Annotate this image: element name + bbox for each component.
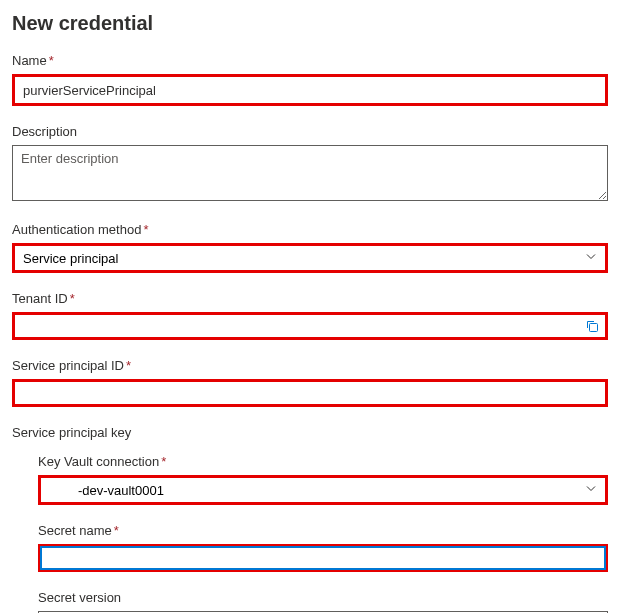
auth-method-select[interactable]: Service principal [15, 246, 605, 270]
field-secret-name: Secret name* [12, 523, 608, 572]
secret-name-label: Secret name* [38, 523, 608, 538]
field-sp-key: Service principal key [12, 425, 608, 440]
field-tenant-id: Tenant ID* [12, 291, 608, 340]
field-name: Name* [12, 53, 608, 106]
required-indicator: * [161, 454, 166, 469]
secret-name-highlight [38, 544, 608, 572]
description-input[interactable] [12, 145, 608, 201]
sp-key-label: Service principal key [12, 425, 608, 440]
kv-connection-value: -dev-vault0001 [49, 483, 164, 498]
kv-connection-select[interactable]: -dev-vault0001 [41, 478, 605, 502]
field-sp-id: Service principal ID* [12, 358, 608, 407]
description-label: Description [12, 124, 608, 139]
required-indicator: * [49, 53, 54, 68]
required-indicator: * [70, 291, 75, 306]
sp-key-section: Key Vault connection* -dev-vault0001 Sec… [12, 454, 608, 613]
required-indicator: * [126, 358, 131, 373]
sp-id-input[interactable] [15, 382, 605, 404]
field-auth-method: Authentication method* Service principal [12, 222, 608, 273]
auth-method-value: Service principal [23, 251, 118, 266]
sp-id-label: Service principal ID* [12, 358, 608, 373]
svg-rect-0 [590, 324, 598, 332]
secret-version-label: Secret version [38, 590, 608, 605]
name-input[interactable] [15, 77, 605, 103]
kv-connection-highlight: -dev-vault0001 [38, 475, 608, 505]
tenant-id-label: Tenant ID* [12, 291, 608, 306]
field-secret-version: Secret version [12, 590, 608, 613]
auth-method-label: Authentication method* [12, 222, 608, 237]
name-highlight [12, 74, 608, 106]
sp-id-highlight [12, 379, 608, 407]
secret-name-input[interactable] [41, 547, 605, 569]
required-indicator: * [143, 222, 148, 237]
field-kv-connection: Key Vault connection* -dev-vault0001 [12, 454, 608, 505]
required-indicator: * [114, 523, 119, 538]
name-label: Name* [12, 53, 608, 68]
kv-connection-label: Key Vault connection* [38, 454, 608, 469]
copy-icon[interactable] [585, 319, 599, 333]
tenant-id-input[interactable] [15, 315, 605, 337]
chevron-down-icon [585, 251, 597, 266]
page-title: New credential [12, 12, 608, 35]
auth-method-highlight: Service principal [12, 243, 608, 273]
tenant-id-highlight [12, 312, 608, 340]
chevron-down-icon [585, 483, 597, 498]
field-description: Description [12, 124, 608, 204]
